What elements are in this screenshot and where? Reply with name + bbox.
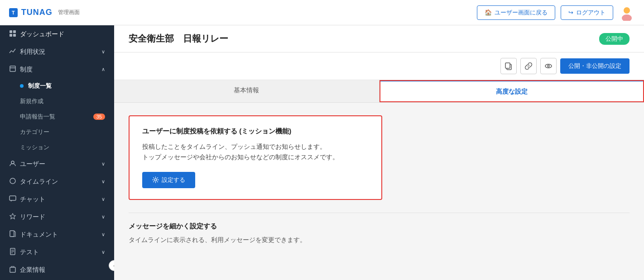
page-header-right: 公開中 xyxy=(599,33,630,45)
company-label: 企業情報 xyxy=(20,266,45,274)
category-label: カテゴリー xyxy=(20,128,49,136)
application-badge: 35 xyxy=(93,114,105,120)
header: T TUNAG 管理画面 🏠 ユーザー画面に戻る ↪ ログアウト xyxy=(0,0,644,25)
sidebar-item-dashboard[interactable]: ダッシュボード xyxy=(0,25,114,43)
avatar xyxy=(619,5,635,21)
document-label: ドキュメント xyxy=(20,231,58,239)
reward-label: リワード xyxy=(20,213,45,221)
link-button[interactable] xyxy=(520,58,537,74)
tab-basic[interactable]: 基本情報 xyxy=(114,80,380,102)
sidebar-item-mission[interactable]: ミッション xyxy=(0,140,114,155)
logo-admin: 管理画面 xyxy=(58,9,80,16)
svg-point-23 xyxy=(154,179,157,181)
seido-arrow-icon: ∧ xyxy=(101,66,105,72)
user-icon xyxy=(9,160,16,168)
user-label: ユーザー xyxy=(20,160,45,168)
mission-card: ユーザーに制度投稿を依頼する (ミッション機能) 投稿したことをタイムライン、プ… xyxy=(129,115,382,200)
settings-button[interactable]: 設定する xyxy=(142,172,195,188)
copy-button[interactable] xyxy=(500,58,517,74)
svg-point-8 xyxy=(11,161,14,164)
mission-label: ミッション xyxy=(20,143,49,152)
sidebar-item-chat[interactable]: チャット ∨ xyxy=(0,190,114,208)
publish-btn-label: 公開・非公開の設定 xyxy=(568,62,621,69)
svg-point-22 xyxy=(548,65,549,67)
sidebar-item-user[interactable]: ユーザー ∨ xyxy=(0,155,114,173)
chat-label: チャット xyxy=(20,195,45,204)
svg-point-1 xyxy=(622,14,632,21)
usage-label: 利用状況 xyxy=(20,48,45,56)
user-screen-label: ユーザー画面に戻る xyxy=(495,9,548,17)
sidebar-item-new-create[interactable]: 新規作成 xyxy=(0,94,114,109)
document-icon xyxy=(9,230,16,239)
svg-point-0 xyxy=(624,7,630,14)
sidebar-item-usage[interactable]: 利用状況 ∨ xyxy=(0,43,114,61)
dashboard-label: ダッシュボード xyxy=(20,30,64,38)
svg-rect-20 xyxy=(505,63,510,68)
status-badge: 公開中 xyxy=(599,33,630,45)
logo: T TUNAG 管理画面 xyxy=(9,8,80,17)
chat-arrow-icon: ∨ xyxy=(101,196,105,202)
svg-marker-11 xyxy=(10,214,15,219)
sidebar: ダッシュボード 利用状況 ∨ 制度 ∧ 制度一覧 新規作成 申請報告一覧 35 xyxy=(0,25,114,280)
logout-button[interactable]: ↪ ログアウト xyxy=(561,5,613,20)
sidebar-item-seido-list[interactable]: 制度一覧 xyxy=(0,78,114,94)
timeline-arrow-icon: ∨ xyxy=(101,179,105,185)
sidebar-item-seido[interactable]: 制度 ∧ xyxy=(0,61,114,78)
sidebar-item-application-list[interactable]: 申請報告一覧 35 xyxy=(0,109,114,124)
svg-rect-5 xyxy=(13,34,16,37)
publish-settings-button[interactable]: 公開・非公開の設定 xyxy=(560,58,630,74)
copy-icon xyxy=(505,62,513,70)
svg-rect-2 xyxy=(10,30,12,33)
section-title: メッセージを細かく設定する xyxy=(129,213,630,231)
sidebar-item-company-info[interactable]: 企業情報 xyxy=(0,261,114,279)
sidebar-item-timeline[interactable]: タイムライン ∨ xyxy=(0,173,114,190)
sidebar-item-document[interactable]: ドキュメント ∨ xyxy=(0,226,114,243)
gear-icon xyxy=(152,176,159,183)
settings-btn-label: 設定する xyxy=(162,176,185,184)
header-actions: 🏠 ユーザー画面に戻る ↪ ログアウト xyxy=(477,5,635,21)
test-arrow-icon: ∨ xyxy=(101,249,105,255)
svg-rect-12 xyxy=(10,231,14,237)
main-content: 安全衛生部 日報リレー 公開中 xyxy=(114,25,644,280)
new-create-label: 新規作成 xyxy=(20,97,43,105)
content-area: ユーザーに制度投稿を依頼する (ミッション機能) 投稿したことをタイムライン、プ… xyxy=(114,103,644,280)
eye-icon xyxy=(544,62,553,70)
dashboard-icon xyxy=(9,30,16,38)
preview-button[interactable] xyxy=(540,58,557,74)
seido-label: 制度 xyxy=(20,66,33,74)
test-label: テスト xyxy=(20,248,39,256)
user-arrow-icon: ∨ xyxy=(101,161,105,167)
svg-rect-17 xyxy=(10,267,15,272)
link-icon xyxy=(524,62,533,70)
chat-icon xyxy=(9,195,16,204)
document-arrow-icon: ∨ xyxy=(101,232,105,237)
mission-card-description: 投稿したことをタイムライン、プッシュ通知でお知らせします。 トップメッセージや会… xyxy=(142,142,369,163)
svg-point-21 xyxy=(545,64,552,68)
home-icon: 🏠 xyxy=(485,9,492,16)
page-title: 安全衛生部 日報リレー xyxy=(129,33,228,45)
logout-icon: ↪ xyxy=(568,9,573,16)
section-description: タイムラインに表示される、利用メッセージを変更できます。 xyxy=(129,235,630,245)
sidebar-item-category[interactable]: カテゴリー xyxy=(0,124,114,140)
svg-rect-3 xyxy=(13,30,16,33)
seido-list-label: 制度一覧 xyxy=(28,82,52,90)
mission-card-title: ユーザーに制度投稿を依頼する (ミッション機能) xyxy=(142,127,369,136)
usage-arrow-icon: ∨ xyxy=(101,49,105,55)
svg-rect-6 xyxy=(10,66,15,71)
svg-rect-10 xyxy=(10,196,16,200)
sidebar-item-reward[interactable]: リワード ∨ xyxy=(0,208,114,226)
seido-icon xyxy=(9,65,16,74)
tab-basic-label: 基本情報 xyxy=(234,86,259,94)
mission-card-desc-line2: トップメッセージや会社からのお知らせなどの制度にオススメです。 xyxy=(142,154,339,161)
user-screen-button[interactable]: 🏠 ユーザー画面に戻る xyxy=(477,5,555,20)
layout: ダッシュボード 利用状況 ∨ 制度 ∧ 制度一覧 新規作成 申請報告一覧 35 xyxy=(0,25,644,280)
page-header: 安全衛生部 日報リレー 公開中 xyxy=(114,25,644,52)
reward-icon xyxy=(9,213,16,221)
tab-advanced[interactable]: 高度な設定 xyxy=(380,80,644,102)
sidebar-item-test[interactable]: テスト ∨ xyxy=(0,243,114,261)
logout-label: ログアウト xyxy=(576,9,606,17)
reward-arrow-icon: ∨ xyxy=(101,214,105,220)
svg-point-9 xyxy=(10,178,15,184)
company-icon xyxy=(9,266,16,274)
application-list-label: 申請報告一覧 xyxy=(20,113,55,121)
